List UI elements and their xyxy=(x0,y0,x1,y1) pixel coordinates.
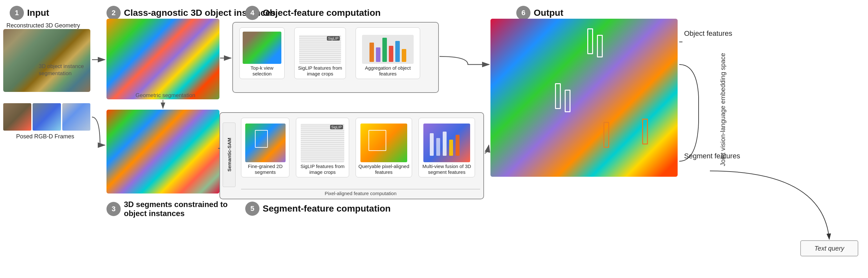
step3-title: 3D segments constrained toobject instanc… xyxy=(124,200,227,218)
step1-title: Input xyxy=(27,8,49,18)
segmented-scene-top xyxy=(106,19,219,99)
step3-header: 3 3D segments constrained toobject insta… xyxy=(106,200,227,218)
finegrained-thumb xyxy=(245,124,285,162)
text-query-label: Text query xyxy=(814,245,844,252)
agg-thumb xyxy=(362,35,414,64)
posed-frames-label: Posed RGB-D Frames xyxy=(16,133,74,140)
step1-circle: 1 xyxy=(10,6,24,20)
queryable-label: Queryable pixel-aligned features xyxy=(358,163,410,175)
siglip-obj-label: SigLIP features from image crops xyxy=(297,65,344,77)
output-scene-image xyxy=(491,19,678,177)
step6-circle: 6 xyxy=(516,6,530,20)
siglip-obj-item: SigLIP SigLIP features from image crops xyxy=(294,27,346,79)
step5-title: Segment-feature computation xyxy=(263,204,391,214)
topk-label: Top-k view selection xyxy=(242,65,282,77)
queryable-thumb xyxy=(361,124,407,162)
segment-feature-box: Semantic-SAM Fine-grained 2D segments Si… xyxy=(219,112,484,199)
step6-header: 6 Output xyxy=(516,6,563,20)
multiview-item: Multi-view fusion of 3D segment features xyxy=(418,118,475,177)
topk-item: Top-k view selection xyxy=(240,27,285,79)
step4-circle: 4 xyxy=(245,6,259,20)
queryable-item: Queryable pixel-aligned features xyxy=(355,118,412,177)
segmented-scene-bottom xyxy=(106,110,219,193)
agg-item: Aggregation of object features xyxy=(355,27,420,79)
multiview-thumb xyxy=(423,124,470,162)
finegrained-label: Fine-grained 2D segments xyxy=(243,163,287,175)
siglip-seg-label: SigLIP features from image crops xyxy=(298,163,347,175)
siglip-obj-thumb: SigLIP xyxy=(299,35,341,64)
text-query-box[interactable]: Text query xyxy=(800,240,858,256)
topk-thumb xyxy=(243,32,281,64)
finegrained-item: Fine-grained 2D segments xyxy=(241,118,289,177)
joint-embedding-container: Joint vision-language embedding space xyxy=(716,58,729,161)
reconstructed-label: Reconstructed 3D Geometry xyxy=(6,22,80,29)
step3-circle: 3 xyxy=(106,202,121,216)
siglip-seg-item: SigLIP SigLIP features from image crops xyxy=(296,118,349,177)
siglip-seg-thumb: SigLIP xyxy=(301,124,344,162)
step4-title: Object-feature computation xyxy=(263,8,381,18)
step5-circle: 5 xyxy=(245,202,259,216)
step5-header: 5 Segment-feature computation xyxy=(245,202,391,216)
frame3-image xyxy=(62,103,90,131)
semantic-sam-label: Semantic-SAM xyxy=(226,138,232,172)
agg-label: Aggregation of object features xyxy=(358,65,418,77)
segment-features-label: Segment features xyxy=(684,152,740,161)
step1-header: 1 Input xyxy=(10,6,49,20)
step2-circle: 2 xyxy=(106,6,121,20)
rgb-frames xyxy=(3,103,90,131)
joint-embedding-label: Joint vision-language embedding space xyxy=(719,53,727,166)
multiview-label: Multi-view fusion of 3D segment features xyxy=(421,163,473,175)
frame2-image xyxy=(33,103,61,131)
geometric-seg-label: Geometric segmentation xyxy=(135,92,195,99)
object-features-label: Object features xyxy=(684,29,732,38)
pixel-aligned-label: Pixel-aligned feature computation xyxy=(241,189,480,196)
object-instance-seg-label: 3D object instancesegmentation xyxy=(39,63,84,77)
step6-title: Output xyxy=(534,8,563,18)
frame1-image xyxy=(3,103,31,131)
reconstructed-scene-image xyxy=(3,29,90,92)
step4-header: 4 Object-feature computation xyxy=(245,6,381,20)
object-feature-box: Top-k view selection SigLIP SigLIP featu… xyxy=(232,22,439,93)
diagram-container: 1 Input Reconstructed 3D Geometry 3D obj… xyxy=(0,0,868,278)
